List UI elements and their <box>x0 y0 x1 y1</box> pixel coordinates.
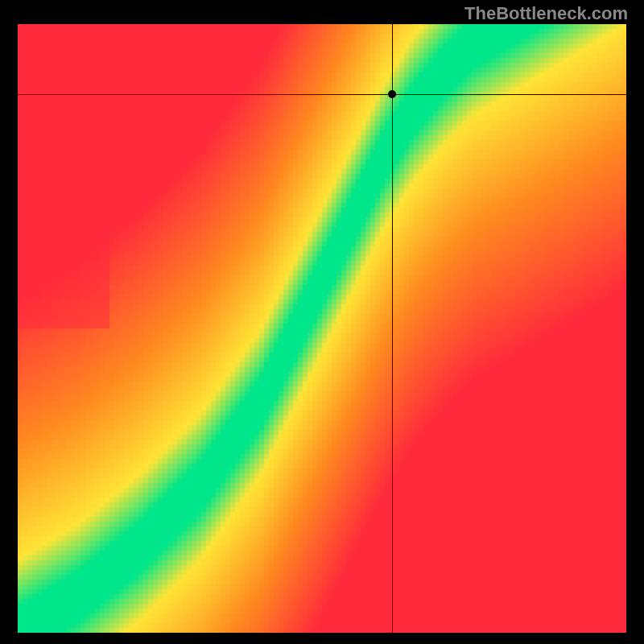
heatmap-canvas <box>18 24 626 633</box>
crosshair-vertical <box>392 24 393 633</box>
crosshair-marker <box>388 90 396 98</box>
heatmap-plot <box>18 24 626 633</box>
crosshair-horizontal <box>18 94 626 95</box>
chart-container: TheBottleneck.com <box>0 0 644 644</box>
watermark-text: TheBottleneck.com <box>464 3 628 24</box>
